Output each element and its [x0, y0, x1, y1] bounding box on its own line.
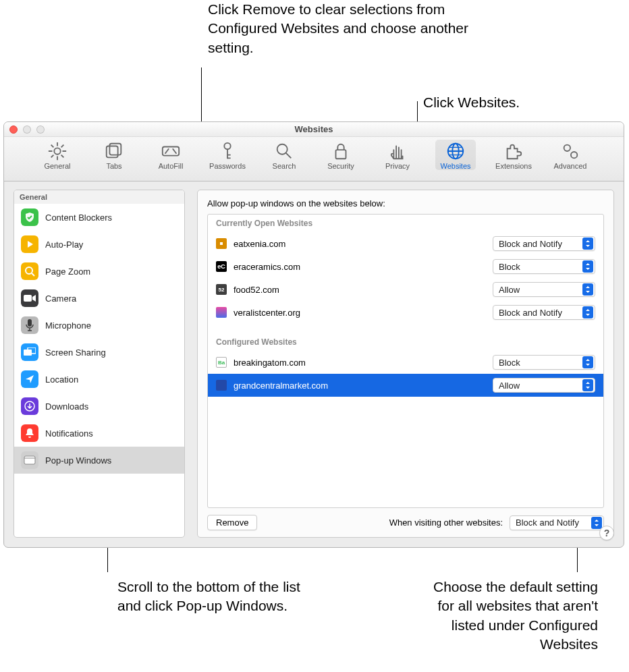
- tab-websites[interactable]: Websites: [435, 140, 476, 170]
- sidebar-item-label: Microphone: [45, 320, 91, 331]
- zoom-window-button[interactable]: [36, 125, 45, 134]
- help-button[interactable]: ?: [599, 526, 614, 540]
- gear-icon: [47, 141, 67, 161]
- sidebar-item-popup-windows[interactable]: Pop-up Windows: [14, 447, 184, 474]
- close-window-button[interactable]: [9, 125, 18, 134]
- chevron-updown-icon: [582, 237, 593, 250]
- svg-point-25: [571, 152, 577, 158]
- tab-advanced[interactable]: Advanced: [551, 141, 589, 170]
- window-icon: [24, 455, 36, 465]
- select-value: Block and Notify: [499, 308, 562, 318]
- tab-label: Websites: [440, 162, 470, 170]
- location-arrow-icon: [24, 374, 35, 385]
- sidebar-item-microphone[interactable]: Microphone: [14, 312, 184, 339]
- select-value: Block and Notify: [516, 517, 579, 528]
- site-row[interactable]: Ba breakingatom.com Block: [208, 351, 603, 374]
- svg-line-8: [51, 155, 54, 158]
- chevron-updown-icon: [582, 260, 593, 273]
- screens-icon: [24, 347, 36, 357]
- favicon: Ba: [216, 357, 227, 368]
- tab-autofill[interactable]: AutoFill: [152, 141, 190, 170]
- sidebar-item-downloads[interactable]: Downloads: [14, 393, 184, 420]
- site-permission-select[interactable]: Block: [493, 355, 595, 370]
- autofill-icon: [161, 141, 181, 161]
- svg-point-24: [564, 145, 570, 151]
- microphone-icon: [26, 319, 34, 331]
- svg-line-6: [61, 155, 64, 158]
- site-domain: eatxenia.com: [234, 239, 285, 249]
- content-header: Allow pop-up windows on the websites bel…: [207, 198, 604, 208]
- section-currently-open: Currently Open Websites: [208, 215, 603, 232]
- site-row[interactable]: eC eraceramics.com Block: [208, 255, 603, 278]
- remove-button[interactable]: Remove: [207, 515, 257, 530]
- site-domain: eraceramics.com: [234, 262, 300, 272]
- gears-icon: [560, 141, 580, 161]
- content-pane: Allow pop-up windows on the websites bel…: [197, 190, 614, 538]
- preferences-window: Websites General Tabs AutoFill Passwords…: [3, 121, 624, 548]
- titlebar: Websites: [4, 122, 624, 137]
- sidebar-item-label: Page Zoom: [45, 267, 90, 277]
- sidebar-item-auto-play[interactable]: Auto-Play: [14, 231, 184, 258]
- sidebar-item-label: Camera: [45, 293, 76, 304]
- sidebar-item-screen-sharing[interactable]: Screen Sharing: [14, 339, 184, 366]
- site-domain: grandcentralmarket.com: [234, 381, 328, 391]
- favicon: [216, 307, 227, 318]
- content-footer: Remove When visiting other websites: Blo…: [207, 515, 604, 530]
- sidebar-item-page-zoom[interactable]: Page Zoom: [14, 258, 184, 285]
- site-row[interactable]: 52 food52.com Allow: [208, 278, 603, 301]
- sidebar-item-label: Downloads: [45, 401, 88, 412]
- sidebar-item-content-blockers[interactable]: Content Blockers: [14, 204, 184, 231]
- hand-icon: [387, 141, 408, 161]
- camera-icon: [24, 294, 36, 302]
- svg-point-26: [26, 267, 32, 274]
- tab-security[interactable]: Security: [322, 141, 360, 170]
- minimize-window-button[interactable]: [23, 125, 31, 134]
- svg-rect-18: [336, 150, 346, 159]
- sidebar-item-label: Pop-up Windows: [45, 455, 111, 466]
- svg-point-12: [224, 143, 230, 149]
- tabs-icon: [104, 141, 124, 161]
- tab-label: Search: [273, 162, 296, 170]
- favicon: [216, 380, 227, 391]
- svg-rect-10: [109, 144, 121, 155]
- sidebar-item-label: Notifications: [45, 428, 93, 439]
- tab-label: Privacy: [385, 162, 410, 170]
- site-domain: veralistcenter.org: [234, 308, 300, 318]
- site-permission-select[interactable]: Allow: [493, 282, 595, 297]
- site-domain: breakingatom.com: [234, 358, 306, 368]
- search-icon: [274, 141, 294, 161]
- tab-label: Advanced: [554, 162, 587, 170]
- tab-privacy[interactable]: Privacy: [379, 141, 416, 170]
- site-permission-select[interactable]: Allow: [493, 378, 595, 393]
- favicon: eC: [216, 261, 227, 272]
- tab-search[interactable]: Search: [265, 141, 303, 170]
- preferences-toolbar: General Tabs AutoFill Passwords Search S…: [4, 137, 624, 181]
- site-permission-select[interactable]: Block and Notify: [493, 305, 595, 320]
- sidebar-item-notifications[interactable]: Notifications: [14, 420, 184, 447]
- site-row-selected[interactable]: grandcentralmarket.com Allow: [208, 374, 603, 397]
- sidebar-item-label: Location: [45, 374, 78, 385]
- site-permission-select[interactable]: Block and Notify: [493, 236, 595, 251]
- tab-tabs[interactable]: Tabs: [95, 141, 133, 170]
- bell-icon: [25, 428, 34, 439]
- sidebar-item-camera[interactable]: Camera: [14, 285, 184, 312]
- zoom-icon: [24, 266, 35, 277]
- tab-label: Tabs: [106, 162, 121, 170]
- website-list: Currently Open Websites eatxenia.com Blo…: [207, 214, 604, 508]
- default-permission-select[interactable]: Block and Notify: [510, 515, 604, 530]
- sidebar-item-location[interactable]: Location: [14, 366, 184, 393]
- site-row[interactable]: veralistcenter.org Block and Notify: [208, 301, 603, 324]
- tab-label: General: [44, 162, 70, 170]
- tab-label: Security: [327, 162, 354, 170]
- key-icon: [217, 141, 238, 161]
- chevron-updown-icon: [582, 379, 593, 391]
- download-icon: [24, 401, 35, 412]
- svg-line-27: [32, 273, 34, 276]
- tab-extensions[interactable]: Extensions: [495, 141, 532, 170]
- tab-general[interactable]: General: [38, 141, 76, 170]
- other-websites-label: When visiting other websites:: [389, 517, 503, 528]
- svg-line-17: [286, 153, 292, 159]
- site-row[interactable]: eatxenia.com Block and Notify: [208, 232, 603, 255]
- site-permission-select[interactable]: Block: [493, 259, 595, 274]
- tab-passwords[interactable]: Passwords: [209, 141, 246, 170]
